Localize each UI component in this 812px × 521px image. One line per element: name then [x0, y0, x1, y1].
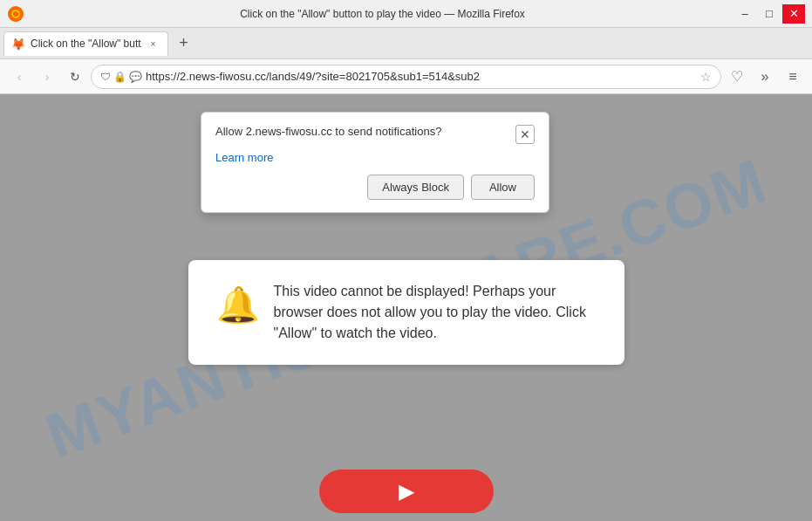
- shield-icon: 🛡: [100, 71, 111, 83]
- back-button[interactable]: ‹: [7, 65, 31, 89]
- page-content: MYANTISPY WARE.COM 🔔 This video cannot b…: [0, 94, 812, 521]
- learn-more-link[interactable]: Learn more: [215, 151, 535, 164]
- window-title: Click on the "Allow" button to play the …: [31, 8, 734, 20]
- lock-icon: 🔒: [113, 71, 126, 83]
- popup-action-buttons: Always Block Allow: [215, 175, 535, 200]
- close-button[interactable]: ✕: [782, 4, 805, 24]
- bookmark-star-icon[interactable]: ☆: [700, 70, 712, 84]
- url-security-icons: 🛡 🔒 💬: [100, 71, 142, 83]
- tabbar: 🦊 Click on the "Allow" butt × +: [0, 28, 812, 59]
- notification-permission-icon: 💬: [129, 71, 142, 83]
- new-tab-button[interactable]: +: [172, 31, 196, 56]
- popup-close-button[interactable]: ✕: [515, 125, 535, 144]
- tab-title: Click on the "Allow" butt: [31, 38, 141, 50]
- allow-button[interactable]: Allow: [471, 175, 535, 200]
- menu-button[interactable]: ≡: [781, 65, 805, 89]
- reload-button[interactable]: ↻: [63, 65, 87, 89]
- toolbar-right: ♡ » ≡: [725, 65, 805, 89]
- titlebar: Click on the "Allow" button to play the …: [0, 0, 812, 28]
- minimize-button[interactable]: –: [734, 4, 756, 24]
- maximize-button[interactable]: □: [758, 4, 781, 24]
- popup-question-text: Allow 2.news-fiwosu.cc to send notificat…: [215, 125, 515, 138]
- addressbar: ‹ › ↻ 🛡 🔒 💬 https://2.news-fiwosu.cc/lan…: [0, 59, 812, 94]
- popup-header: Allow 2.news-fiwosu.cc to send notificat…: [215, 125, 535, 144]
- url-bar[interactable]: 🛡 🔒 💬 https://2.news-fiwosu.cc/lands/49/…: [91, 65, 721, 89]
- forward-button[interactable]: ›: [35, 65, 59, 89]
- play-button[interactable]: [319, 470, 494, 513]
- firefox-icon: [7, 5, 24, 23]
- svg-point-2: [13, 11, 18, 17]
- notification-permission-popup: Allow 2.news-fiwosu.cc to send notificat…: [201, 112, 549, 213]
- video-message-card: 🔔 This video cannot be displayed! Perhap…: [188, 260, 624, 365]
- tab-close-button[interactable]: ×: [147, 37, 160, 51]
- video-message-text: This video cannot be displayed! Perhaps …: [274, 281, 597, 344]
- pocket-button[interactable]: ♡: [725, 65, 749, 89]
- extensions-button[interactable]: »: [753, 65, 777, 89]
- url-text: https://2.news-fiwosu.cc/lands/49/?site=…: [146, 70, 697, 83]
- window-controls: – □ ✕: [734, 4, 805, 24]
- active-tab[interactable]: 🦊 Click on the "Allow" butt ×: [3, 31, 168, 56]
- always-block-button[interactable]: Always Block: [367, 175, 464, 200]
- bell-icon: 🔔: [216, 284, 260, 326]
